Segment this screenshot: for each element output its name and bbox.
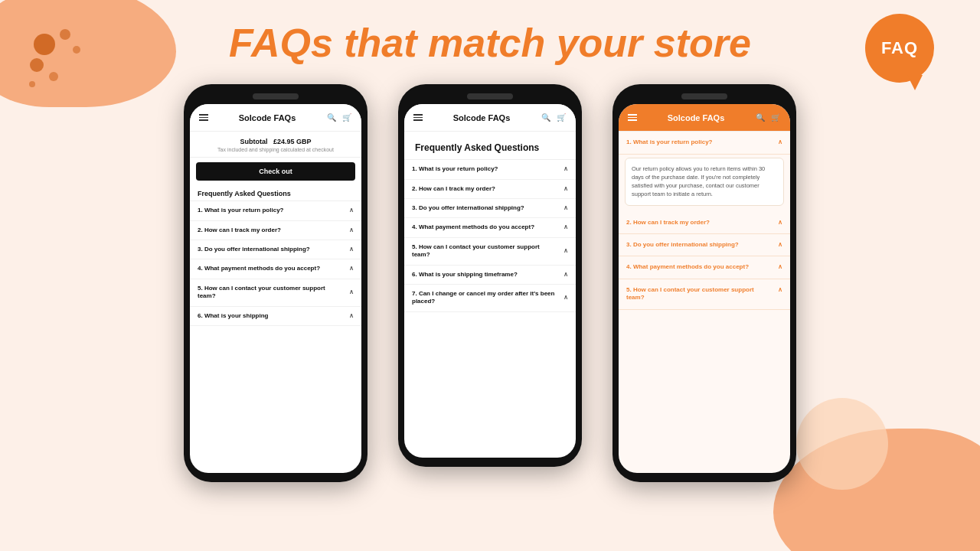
faq-list-phone2: 1. What is your return policy? ∧ 2. How … [404,160,576,458]
chevron-up-icon: ∧ [778,219,782,227]
faq-item[interactable]: 2. How can I track my order? ∧ [190,221,361,240]
faq-item[interactable]: 4. What payment methods do you accept? ∧ [404,218,576,237]
checkout-button[interactable]: Check out [196,162,355,181]
faq-item[interactable]: 4. What payment methods do you accept? ∧ [190,259,361,279]
chevron-up-icon: ∧ [349,289,354,296]
faq-item[interactable]: 4. What payment methods do you accept? ∧ [619,256,790,279]
faq-item[interactable]: 3. Do you offer international shipping? … [404,199,576,218]
faq-item[interactable]: 6. What is your shipping timeframe? ∧ [404,266,576,285]
faq-list-phone1: 1. What is your return policy? ∧ 2. How … [190,201,361,473]
cart-subtotal: Subtotal £24.95 GBP [199,138,352,145]
faq-item[interactable]: 3. Do you offer international shipping? … [190,240,361,259]
hamburger-icon [199,114,208,121]
chevron-up-icon: ∧ [349,246,354,253]
chevron-up-icon: ∧ [778,286,782,294]
hamburger-icon [628,114,637,121]
faq-item[interactable]: 5. How can I contact your customer suppo… [619,279,790,310]
phone-2-navbar: Solcode FAQs 🔍 🛒 [404,104,576,132]
cart-tax-note: Tax included and shipping calculated at … [199,147,352,152]
faq-section-title-phone1: Frequently Asked Questions [190,185,361,201]
faq-list-phone3: 1. What is your return policy? ∧ Our ret… [619,132,790,473]
phone-3-screen: Solcode FAQs 🔍 🛒 1. What is your return … [619,104,790,473]
cart-icon: 🛒 [341,112,352,123]
chevron-up-icon: ∧ [778,241,782,249]
search-icon: 🔍 [326,112,337,123]
faq-item[interactable]: 1. What is your return policy? ∧ [190,201,361,220]
chevron-up-icon: ∧ [349,312,354,320]
faq-item[interactable]: 5. How can I contact your customer suppo… [190,279,361,307]
faq-badge-label: FAQ [881,38,918,58]
phone-3-notch [681,93,727,99]
chevron-up-icon: ∧ [778,263,782,271]
page-title: FAQs that match your store [0,21,980,65]
chevron-up-icon: ∧ [564,223,568,231]
faq-item-expanded[interactable]: 1. What is your return policy? ∧ [619,132,790,154]
cart-icon: 🛒 [556,112,567,123]
phone-2-screen: Solcode FAQs 🔍 🛒 Frequently Asked Questi… [404,104,576,458]
chevron-up-icon: ∧ [564,204,568,212]
phones-container: Solcode FAQs 🔍 🛒 Subtotal £24.95 GBP Tax… [0,77,980,482]
chevron-up-icon: ∧ [564,185,568,193]
chevron-up-icon: ∧ [349,227,354,234]
faq-item[interactable]: 6. What is your shipping ∧ [190,307,361,326]
chevron-up-icon: ∧ [564,247,568,255]
phone-1: Solcode FAQs 🔍 🛒 Subtotal £24.95 GBP Tax… [184,84,368,482]
phone-3-navbar: Solcode FAQs 🔍 🛒 [619,104,790,132]
phone-3-navbar-icons: 🔍 🛒 [755,112,781,123]
phone-1-navbar-icons: 🔍 🛒 [326,112,352,123]
chevron-up-icon: ∧ [778,139,782,146]
cart-summary: Subtotal £24.95 GBP Tax included and shi… [190,132,361,158]
phone-2-navbar-title: Solcode FAQs [423,113,541,122]
page-header: FAQs that match your store [0,0,980,77]
faq-item[interactable]: 7. Can I change or cancel my order after… [404,285,576,312]
phone-1-notch [253,93,299,99]
faq-badge: FAQ [865,14,934,83]
faq-item[interactable]: 2. How can I track my order? ∧ [404,180,576,199]
hamburger-icon [413,114,423,121]
phone-1-screen: Solcode FAQs 🔍 🛒 Subtotal £24.95 GBP Tax… [190,104,361,473]
faq-item[interactable]: 5. How can I contact your customer suppo… [404,238,576,266]
phone-3: Solcode FAQs 🔍 🛒 1. What is your return … [612,84,796,482]
chevron-up-icon: ∧ [564,165,568,173]
phone-2: Solcode FAQs 🔍 🛒 Frequently Asked Questi… [398,84,582,467]
faq-item[interactable]: 1. What is your return policy? ∧ [404,160,576,179]
chevron-up-icon: ∧ [349,265,354,272]
search-icon: 🔍 [755,112,766,123]
phone-3-navbar-title: Solcode FAQs [637,113,755,122]
phone-1-navbar: Solcode FAQs 🔍 🛒 [190,104,361,132]
chevron-up-icon: ∧ [564,271,568,279]
search-icon: 🔍 [541,112,551,123]
faq-item[interactable]: 3. Do you offer international shipping? … [619,234,790,256]
phone-2-notch [467,93,513,99]
faq-page-title-phone2: Frequently Asked Questions [404,132,576,160]
phone-1-navbar-title: Solcode FAQs [208,113,326,122]
chevron-up-icon: ∧ [564,294,568,302]
chevron-up-icon: ∧ [349,207,354,214]
phone-2-navbar-icons: 🔍 🛒 [541,112,567,123]
cart-icon: 🛒 [770,112,781,123]
faq-answer: Our return policy allows you to return i… [625,158,784,206]
faq-item[interactable]: 2. How can I track my order? ∧ [619,212,790,234]
